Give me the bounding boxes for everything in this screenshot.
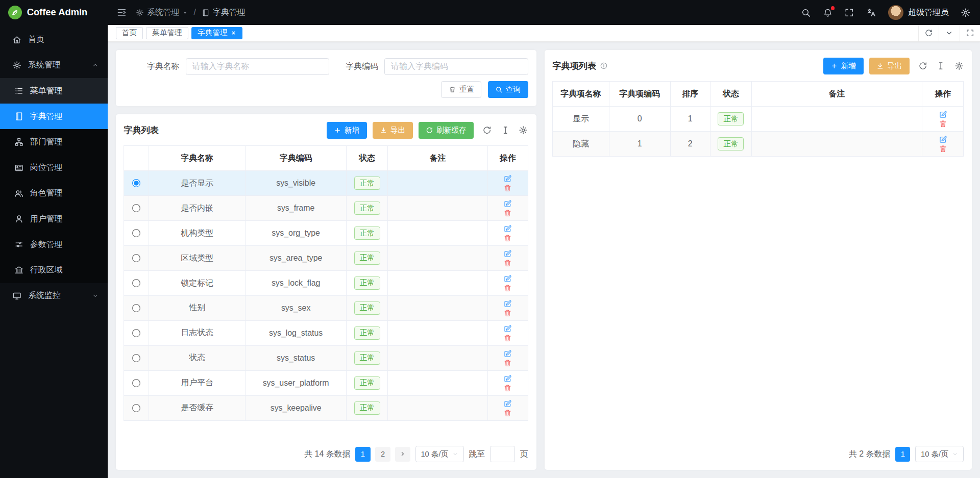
sidebar-item-dict-mgmt[interactable]: 字典管理	[0, 104, 108, 129]
row-select-radio[interactable]	[132, 354, 141, 363]
settings-gear-icon[interactable]	[961, 8, 971, 18]
row-select-radio[interactable]	[132, 304, 141, 313]
delete-icon[interactable]	[503, 334, 512, 342]
refresh-table-icon[interactable]	[918, 61, 927, 70]
row-select-radio[interactable]	[132, 254, 141, 263]
delete-icon[interactable]	[939, 119, 947, 128]
dict-table-row[interactable]: 用户平台 sys_user_platform 正常	[124, 370, 528, 395]
sidebar-item-home[interactable]: 首页	[0, 27, 108, 53]
fullscreen-icon[interactable]	[844, 8, 854, 18]
dict-table-row[interactable]: 锁定标记 sys_lock_flag 正常	[124, 271, 528, 296]
sidebar-item-dept-mgmt[interactable]: 部门管理	[0, 129, 108, 155]
reset-button[interactable]: 重置	[441, 81, 481, 98]
delete-icon[interactable]	[503, 309, 512, 317]
column-settings-icon[interactable]	[519, 125, 528, 135]
row-select-radio[interactable]	[132, 229, 141, 238]
dict-code-input[interactable]	[384, 58, 528, 75]
search-icon[interactable]	[801, 8, 811, 18]
dict-table-row[interactable]: 是否显示 sys_visible 正常	[124, 171, 528, 196]
delete-icon[interactable]	[503, 259, 512, 267]
app-logo[interactable]: Coffee Admin	[0, 0, 108, 25]
edit-icon[interactable]	[939, 135, 947, 144]
density-icon[interactable]	[501, 125, 510, 135]
dict-name-input[interactable]	[186, 58, 330, 75]
edit-icon[interactable]	[503, 399, 512, 408]
add-item-button[interactable]: 新增	[823, 58, 864, 74]
status-badge: 正常	[354, 301, 380, 315]
dict-table-row[interactable]: 日志状态 sys_log_status 正常	[124, 320, 528, 345]
dict-table-row[interactable]: 性别 sys_sex 正常	[124, 295, 528, 320]
dict-table-row[interactable]: 区域类型 sys_area_type 正常	[124, 246, 528, 271]
dict-pagination: 共 14 条数据 1 2 10 条/页 跳至 页	[124, 439, 528, 463]
dict-item-row[interactable]: 显示 0 1 正常	[553, 107, 964, 132]
refresh-table-icon[interactable]	[482, 125, 492, 135]
row-select-radio[interactable]	[132, 204, 141, 213]
row-select-radio[interactable]	[132, 179, 141, 188]
close-tab-icon[interactable]	[231, 30, 236, 36]
delete-icon[interactable]	[503, 284, 512, 292]
dict-table-row[interactable]: 是否内嵌 sys_frame 正常	[124, 196, 528, 221]
tab-dict-mgmt[interactable]: 字典管理	[191, 27, 242, 39]
delete-icon[interactable]	[503, 234, 512, 242]
sidebar-item-post-mgmt[interactable]: 岗位管理	[0, 155, 108, 181]
user-menu[interactable]: 超级管理员	[888, 5, 949, 20]
row-select-radio[interactable]	[132, 379, 141, 388]
edit-icon[interactable]	[503, 349, 512, 358]
page-1-button[interactable]: 1	[355, 447, 370, 462]
content-fullscreen-button[interactable]	[960, 25, 980, 41]
export-dict-button[interactable]: 导出	[373, 122, 413, 139]
sidebar-item-region-mgmt[interactable]: 行政区域	[0, 257, 108, 283]
delete-icon[interactable]	[503, 409, 512, 417]
edit-icon[interactable]	[503, 324, 512, 333]
sidebar-item-user-mgmt[interactable]: 用户管理	[0, 206, 108, 232]
export-item-button[interactable]: 导出	[869, 58, 910, 74]
menu-fold-icon[interactable]	[116, 7, 127, 18]
refresh-page-button[interactable]	[918, 25, 939, 41]
sidebar-item-menu-mgmt[interactable]: 菜单管理	[0, 78, 108, 104]
row-select-radio[interactable]	[132, 329, 141, 338]
notifications-button[interactable]	[823, 8, 833, 18]
density-icon[interactable]	[936, 61, 945, 70]
edit-icon[interactable]	[939, 110, 947, 119]
breadcrumb-system-mgmt[interactable]: 系统管理	[136, 7, 188, 18]
sidebar-item-system-mgmt[interactable]: 系统管理	[0, 53, 108, 78]
translate-icon[interactable]	[866, 8, 876, 18]
info-icon[interactable]	[600, 62, 608, 70]
delete-icon[interactable]	[503, 209, 512, 217]
edit-icon[interactable]	[503, 174, 512, 183]
tab-options-button[interactable]	[939, 25, 959, 41]
edit-icon[interactable]	[503, 374, 512, 383]
tab-home[interactable]: 首页	[116, 27, 143, 39]
column-settings-icon[interactable]	[954, 61, 964, 70]
tab-menu-mgmt[interactable]: 菜单管理	[146, 27, 188, 39]
delete-icon[interactable]	[503, 384, 512, 392]
delete-icon[interactable]	[939, 144, 947, 153]
edit-icon[interactable]	[503, 299, 512, 308]
dict-table-row[interactable]: 是否缓存 sys_keepalive 正常	[124, 395, 528, 420]
sidebar-item-system-monitor[interactable]: 系统监控	[0, 283, 108, 309]
edit-icon[interactable]	[503, 199, 512, 208]
page-size-select[interactable]: 10 条/页	[415, 446, 464, 462]
sidebar-item-param-mgmt[interactable]: 参数管理	[0, 232, 108, 257]
breadcrumb-dict-mgmt[interactable]: 字典管理	[202, 7, 246, 18]
sidebar-item-role-mgmt[interactable]: 角色管理	[0, 181, 108, 206]
page-size-select[interactable]: 10 条/页	[915, 446, 964, 462]
query-button[interactable]: 查询	[488, 81, 528, 98]
add-dict-button[interactable]: 新增	[327, 122, 367, 139]
refresh-cache-button[interactable]: 刷新缓存	[419, 122, 474, 139]
dict-table-row[interactable]: 机构类型 sys_org_type 正常	[124, 221, 528, 246]
next-page-button[interactable]	[395, 447, 410, 462]
delete-icon[interactable]	[503, 184, 512, 192]
edit-icon[interactable]	[503, 274, 512, 283]
dict-item-row[interactable]: 隐藏 1 2 正常	[553, 132, 964, 157]
page-1-button[interactable]: 1	[895, 447, 910, 462]
page-2-button[interactable]: 2	[375, 447, 390, 462]
row-select-radio[interactable]	[132, 404, 141, 413]
dict-table-row[interactable]: 状态 sys_status 正常	[124, 345, 528, 370]
edit-icon[interactable]	[503, 249, 512, 258]
dict-book-icon	[202, 9, 210, 17]
edit-icon[interactable]	[503, 224, 512, 233]
row-select-radio[interactable]	[132, 279, 141, 288]
delete-icon[interactable]	[503, 359, 512, 367]
jump-page-input[interactable]	[490, 446, 515, 462]
